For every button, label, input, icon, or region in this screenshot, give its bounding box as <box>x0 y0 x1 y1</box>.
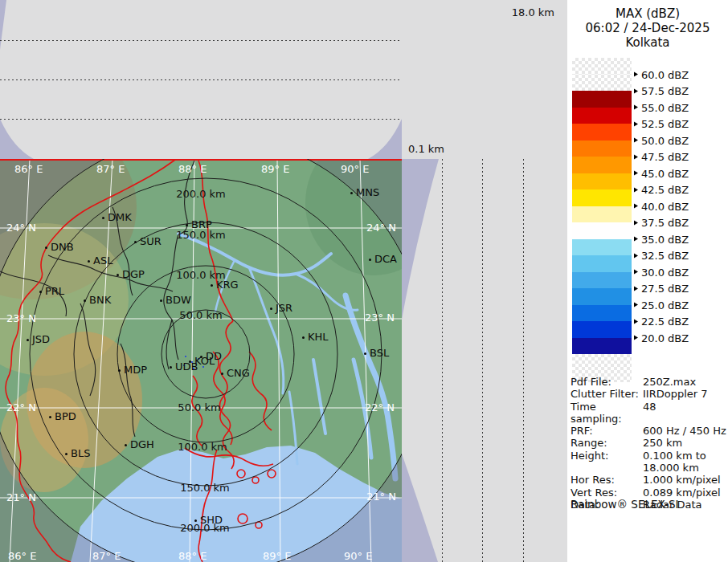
legend-label: 55.0 dBZ <box>634 101 689 113</box>
legend-swatch <box>572 173 632 190</box>
legend-arrow-icon <box>634 72 638 77</box>
legend-swatch <box>572 140 632 157</box>
legend-label: 25.0 dBZ <box>634 299 689 311</box>
legend-swatch <box>572 108 632 124</box>
metadata-value: 600 Hz / 450 Hz <box>643 425 726 437</box>
station-code: MNS <box>356 186 379 198</box>
station-dot <box>369 259 371 261</box>
legend-arrow-icon <box>634 187 638 192</box>
station-code: JSD <box>32 333 50 345</box>
height-gridline <box>0 79 402 80</box>
range-ring-label: 50.0 km <box>178 401 220 413</box>
right-panel-nodata-wedges <box>402 159 567 562</box>
title-block: MAX (dBZ) 06:02 / 24-Dec-2025 Kolkata <box>567 6 728 50</box>
station-code: DGP <box>122 268 145 280</box>
legend-label: 52.5 dBZ <box>634 118 689 130</box>
legend-label: 22.5 dBZ <box>634 316 689 328</box>
station-dot <box>160 299 162 302</box>
graticule-label: 24° N <box>6 222 36 234</box>
station-code: SUR <box>140 235 162 247</box>
metadata-label: Clutter Filter: <box>571 388 643 400</box>
station-code: SHD <box>200 514 223 526</box>
legend-arrow-icon <box>634 204 638 209</box>
metadata-row: Pdf File:250Z.max <box>571 376 726 388</box>
metadata-label: Height: <box>571 450 643 462</box>
metadata-row: Range:250 km <box>571 437 726 449</box>
legend-swatch <box>572 255 632 272</box>
metadata-label: Range: <box>571 437 643 449</box>
station-dot <box>118 369 121 372</box>
range-ring-label: 50.0 km <box>179 309 222 321</box>
legend-label: 20.0 dBZ <box>634 332 689 344</box>
station-code: MDP <box>124 364 147 376</box>
metadata-row: Hor Res:1.000 km/pixel <box>571 474 726 486</box>
legend-label: 47.5 dBZ <box>634 151 689 163</box>
station-dot <box>186 224 188 226</box>
legend-swatch <box>572 206 632 223</box>
station-dot <box>350 192 353 194</box>
legend-label: 30.0 dBZ <box>634 266 689 278</box>
legend-swatch <box>572 222 632 239</box>
station-code: BLS <box>71 447 90 459</box>
legend-arrow-icon <box>634 303 638 307</box>
metadata-value: 18.000 km <box>643 462 726 474</box>
legend-arrow-icon <box>634 154 638 159</box>
station-code: DGH <box>130 438 154 450</box>
height-axis-max-label: 18.0 km <box>512 6 554 18</box>
metadata-label <box>571 462 643 474</box>
graticule-label: 23° N <box>6 312 36 324</box>
height-gridline <box>442 159 443 562</box>
legend-arrow-icon <box>634 237 638 242</box>
legend-panel: MAX (dBZ) 06:02 / 24-Dec-2025 Kolkata 60… <box>567 0 728 562</box>
product-metadata: Pdf File:250Z.maxClutter Filter:IIRDoppl… <box>571 376 726 511</box>
radar-product-window: 18.0 km 0.1 km <box>0 0 728 562</box>
station-dot <box>211 284 213 287</box>
station-dot <box>221 373 223 375</box>
legend-swatch <box>572 189 632 206</box>
graticule-label: 87° E <box>96 163 125 175</box>
metadata-row: Height:0.100 km to <box>571 450 726 462</box>
legend-swatch <box>572 272 632 289</box>
station-code: JSR <box>276 302 292 314</box>
legend-arrow-icon <box>634 253 638 258</box>
station-dot <box>364 352 366 355</box>
station-code: BPD <box>55 410 76 422</box>
right-height-profile-panel <box>402 159 567 562</box>
legend-arrow-icon <box>634 121 638 126</box>
graticule-label: 86° E <box>8 550 36 562</box>
metadata-row: PRF:600 Hz / 450 Hz <box>571 425 726 437</box>
graticule-label: 89° E <box>263 550 291 562</box>
legend-swatch <box>572 58 632 75</box>
station-dot <box>65 453 67 455</box>
metadata-row: Clutter Filter:IIRDoppler 7 <box>571 388 726 400</box>
range-ring-label: 200.0 km <box>176 188 226 200</box>
radar-site-name: Kolkata <box>567 35 728 50</box>
station-code: UDB <box>175 360 198 373</box>
legend-swatch <box>572 288 632 305</box>
range-ring-label: 100.0 km <box>178 441 227 453</box>
station-code: BNK <box>89 294 111 306</box>
product-title: MAX (dBZ) <box>567 6 728 21</box>
metadata-label: Time sampling: <box>571 401 643 426</box>
graticule-label: 23° N <box>365 312 395 324</box>
legend-arrow-icon <box>634 220 638 225</box>
metadata-label: Hor Res: <box>571 474 643 486</box>
color-scale <box>572 58 632 382</box>
legend-label: 35.0 dBZ <box>634 233 689 245</box>
legend-label: 50.0 dBZ <box>634 134 689 146</box>
metadata-label: Vert Res: <box>571 487 643 499</box>
metadata-value: IIRDoppler 7 <box>643 388 726 400</box>
station-dot <box>45 246 47 249</box>
metadata-value: 0.089 km/pixel <box>643 487 726 499</box>
station-dot <box>170 366 172 369</box>
station-dot <box>102 217 104 219</box>
graticule-label: 88° E <box>178 550 207 562</box>
legend-arrow-icon <box>634 105 638 110</box>
legend-label: 27.5 dBZ <box>634 283 689 295</box>
legend-swatch <box>572 157 632 173</box>
graticule-label: 87° E <box>92 550 121 562</box>
station-code: ASL <box>93 255 112 267</box>
station-dot <box>134 241 137 243</box>
legend-swatch <box>572 305 632 322</box>
range-ring-label: 150.0 km <box>180 482 230 494</box>
